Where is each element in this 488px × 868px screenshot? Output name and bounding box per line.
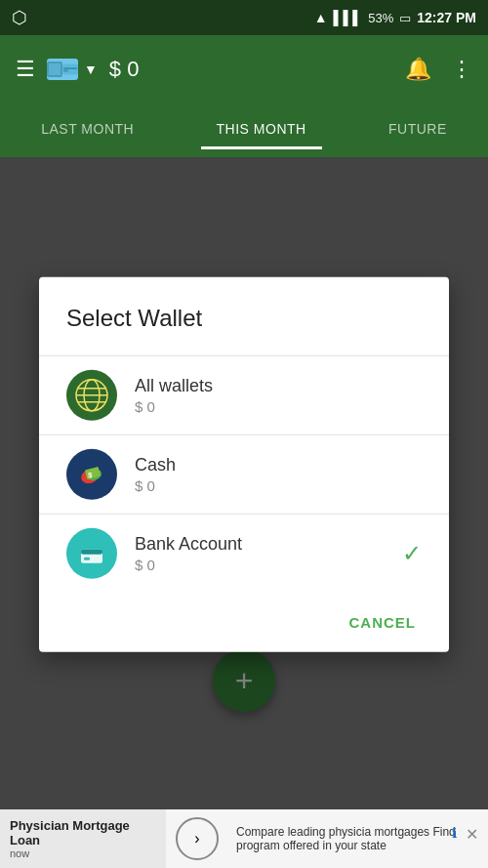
cash-icon: $ <box>66 449 117 500</box>
ad-title: Physician Mortgage Loan <box>10 818 156 847</box>
status-bar: ⬡ ▲ ▌▌▌ 53% ▭ 12:27 PM <box>0 0 488 35</box>
cancel-button[interactable]: CANCEL <box>336 604 430 641</box>
all-wallets-info: All wallets $ 0 <box>135 376 422 415</box>
svg-rect-17 <box>84 558 90 560</box>
battery-icon: ▭ <box>399 11 411 25</box>
select-wallet-dialog: Select Wallet All wallets $ 0 <box>39 277 449 652</box>
info-icon[interactable]: ℹ <box>452 825 457 841</box>
wallet-item-all[interactable]: All wallets $ 0 <box>39 355 449 434</box>
more-options-icon[interactable]: ⋮ <box>451 57 472 82</box>
bank-name: Bank Account <box>135 534 392 555</box>
svg-rect-16 <box>81 550 102 555</box>
svg-text:$: $ <box>88 471 93 479</box>
all-wallets-name: All wallets <box>135 376 422 396</box>
dropbox-icon: ⬡ <box>12 7 27 28</box>
ad-right-text: Compare leading physicia mortgages Find … <box>236 825 456 852</box>
wallet-item-bank[interactable]: Bank Account $ 0 ✓ <box>39 514 449 593</box>
wallet-item-cash[interactable]: $ Cash $ 0 <box>39 434 449 514</box>
status-left: ⬡ <box>12 7 27 28</box>
all-wallets-balance: $ 0 <box>135 398 422 415</box>
cash-name: Cash <box>135 455 422 475</box>
status-right: ▲ ▌▌▌ 53% ▭ 12:27 PM <box>314 10 476 25</box>
app-bar-left: ☰ ▼ $ 0 <box>16 57 139 82</box>
wallet-icon-small <box>47 59 78 80</box>
svg-rect-1 <box>63 67 77 69</box>
ad-right-section: Compare leading physicia mortgages Find … <box>228 819 488 858</box>
svg-rect-2 <box>63 70 68 72</box>
wallet-selector[interactable]: ▼ <box>47 59 98 80</box>
bank-icon <box>66 528 117 579</box>
selected-check-icon: ✓ <box>402 540 422 567</box>
bank-info: Bank Account $ 0 <box>135 534 392 573</box>
hamburger-icon[interactable]: ☰ <box>16 57 35 82</box>
app-bar-right: 🔔 ⋮ <box>405 57 472 82</box>
bank-balance: $ 0 <box>135 557 392 573</box>
background-content: Select Wallet All wallets $ 0 <box>0 157 488 809</box>
dialog-actions: CANCEL <box>39 593 449 652</box>
wifi-icon: ▲ <box>314 10 328 25</box>
dialog-title: Select Wallet <box>39 305 449 355</box>
tab-future[interactable]: FUTURE <box>373 111 463 146</box>
ad-subtitle: now <box>10 847 156 859</box>
tab-bar: LAST MONTH THIS MONTH FUTURE <box>0 103 488 157</box>
all-wallets-icon <box>66 370 117 421</box>
chevron-right-icon: › <box>194 830 199 847</box>
balance-display: $ 0 <box>109 57 140 82</box>
ad-arrow-button[interactable]: › <box>176 817 219 860</box>
battery-text: 53% <box>368 11 393 25</box>
ad-left-section: Physician Mortgage Loan now <box>0 809 166 868</box>
app-bar: ☰ ▼ $ 0 🔔 ⋮ <box>0 35 488 103</box>
tab-last-month[interactable]: LAST MONTH <box>25 111 149 146</box>
time-text: 12:27 PM <box>417 10 476 25</box>
cash-info: Cash $ 0 <box>135 455 422 494</box>
ad-bar: Physician Mortgage Loan now › Compare le… <box>0 809 488 868</box>
signal-icon: ▌▌▌ <box>334 10 363 25</box>
bell-icon[interactable]: 🔔 <box>405 57 431 82</box>
tab-this-month[interactable]: THIS MONTH <box>201 111 322 146</box>
cash-balance: $ 0 <box>135 477 422 494</box>
ad-close-icon[interactable]: ✕ <box>466 825 478 844</box>
dropdown-arrow-icon: ▼ <box>84 62 98 77</box>
